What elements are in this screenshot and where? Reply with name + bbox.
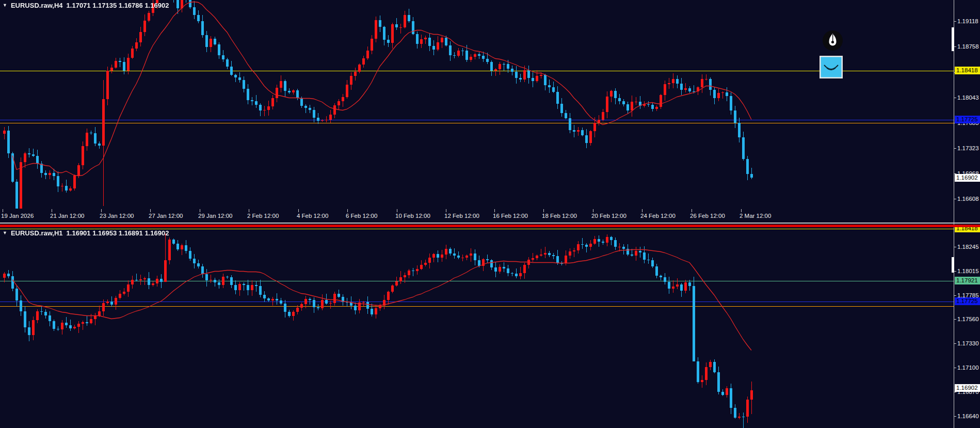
price-tick bbox=[954, 416, 956, 417]
time-tick bbox=[593, 209, 593, 212]
price-tick bbox=[954, 368, 956, 368]
time-tick bbox=[397, 209, 397, 212]
price-tick bbox=[954, 392, 956, 392]
price-scale-marker[interactable] bbox=[952, 257, 954, 273]
time-tick-label: 26 Feb 12:00 bbox=[690, 213, 725, 219]
time-tick bbox=[101, 209, 102, 212]
time-tick-label: 4 Feb 12:00 bbox=[297, 213, 328, 219]
price-tick bbox=[954, 98, 956, 98]
candlestick-chart-h4[interactable] bbox=[0, 0, 954, 209]
time-tick-label: 10 Feb 12:00 bbox=[395, 213, 430, 219]
price-tick-label: 1.18015 bbox=[957, 267, 979, 275]
price-tick-label: 1.17100 bbox=[957, 364, 979, 372]
price-tick-label: 1.17323 bbox=[957, 145, 979, 152]
price-tick bbox=[954, 295, 956, 296]
window-separator-line[interactable] bbox=[0, 223, 980, 224]
time-tick-label: 12 Feb 12:00 bbox=[444, 213, 479, 219]
price-tick-label: 1.16608 bbox=[957, 195, 979, 203]
level-price-label-yellow: 1.18418 bbox=[955, 67, 980, 74]
time-tick-label: 2 Mar 12:00 bbox=[740, 213, 771, 219]
price-tick bbox=[954, 343, 956, 344]
level-price-label-green: 1.17921 bbox=[955, 277, 980, 284]
window-separator-band[interactable] bbox=[0, 225, 980, 227]
price-tick-label: 1.18758 bbox=[957, 43, 979, 51]
pane-title-h4: ▼ EURUSD.raw,H4 1.17071 1.17135 1.16786 … bbox=[3, 2, 169, 9]
price-tick bbox=[954, 247, 956, 247]
price-tick bbox=[954, 319, 956, 320]
price-tick-label: 1.18245 bbox=[957, 243, 979, 251]
time-tick bbox=[298, 209, 299, 212]
time-tick-label: 16 Feb 12:00 bbox=[493, 213, 528, 219]
price-tick bbox=[954, 148, 956, 149]
candlestick-chart-h1[interactable] bbox=[0, 228, 954, 428]
ohlc-readout: 1.17071 1.17135 1.16786 1.16902 bbox=[67, 2, 169, 9]
price-scale-marker[interactable] bbox=[952, 27, 954, 51]
time-tick-label: 23 Jan 12:00 bbox=[100, 213, 134, 219]
symbol-timeframe-label: EURUSD.raw,H4 bbox=[11, 2, 63, 9]
price-tick-label: 1.19118 bbox=[957, 18, 978, 25]
price-tick-label: 1.17560 bbox=[957, 315, 979, 323]
current-price-label: 1.16902 bbox=[955, 174, 980, 182]
time-tick bbox=[249, 209, 249, 212]
price-tick bbox=[954, 21, 956, 22]
price-tick-label: 1.18043 bbox=[957, 94, 979, 102]
time-tick-label: 20 Feb 12:00 bbox=[591, 213, 626, 219]
time-tick bbox=[692, 209, 692, 212]
time-tick bbox=[150, 209, 151, 212]
time-tick bbox=[3, 209, 3, 212]
collapse-triangle-icon[interactable]: ▼ bbox=[3, 3, 7, 8]
time-tick-label: 24 Feb 12:00 bbox=[640, 213, 676, 219]
time-tick bbox=[494, 209, 495, 212]
time-tick-label: 6 Feb 12:00 bbox=[346, 213, 377, 219]
level-price-label-blue: 1.17725 bbox=[955, 116, 980, 123]
time-tick bbox=[543, 209, 544, 212]
trading-terminal-window: ▼ EURUSD.raw,H4 1.17071 1.17135 1.16786 … bbox=[0, 0, 980, 428]
time-tick bbox=[446, 209, 446, 212]
price-tick-label: 1.16640 bbox=[957, 413, 979, 420]
time-tick-label: 2 Feb 12:00 bbox=[247, 213, 279, 219]
time-tick bbox=[200, 209, 200, 212]
pane-title-h1: ▼ EURUSD.raw,H1 1.16901 1.16953 1.16891 … bbox=[3, 229, 169, 237]
time-tick-label: 29 Jan 12:00 bbox=[198, 213, 233, 219]
time-tick bbox=[52, 209, 52, 212]
time-axis[interactable]: 19 Jan 202621 Jan 12:0023 Jan 12:0027 Ja… bbox=[0, 209, 980, 223]
pen-nib-icon[interactable] bbox=[823, 30, 843, 51]
time-tick-label: 27 Jan 12:00 bbox=[149, 213, 183, 219]
time-tick-label: 21 Jan 12:00 bbox=[50, 213, 85, 219]
current-price-label: 1.16902 bbox=[955, 384, 980, 392]
time-tick bbox=[347, 209, 348, 212]
smiley-sticker-icon[interactable] bbox=[820, 56, 843, 78]
collapse-triangle-icon[interactable]: ▼ bbox=[3, 230, 7, 235]
level-price-label-blue: 1.17725 bbox=[955, 297, 980, 305]
time-tick-label: 19 Jan 2026 bbox=[1, 213, 34, 219]
time-tick bbox=[741, 209, 742, 212]
price-tick bbox=[954, 199, 956, 199]
price-tick-label: 1.17330 bbox=[957, 340, 979, 347]
ohlc-readout: 1.16901 1.16953 1.16891 1.16902 bbox=[67, 229, 169, 237]
symbol-timeframe-label: EURUSD.raw,H1 bbox=[11, 229, 63, 237]
time-tick bbox=[642, 209, 642, 212]
time-tick-label: 18 Feb 12:00 bbox=[542, 213, 577, 219]
